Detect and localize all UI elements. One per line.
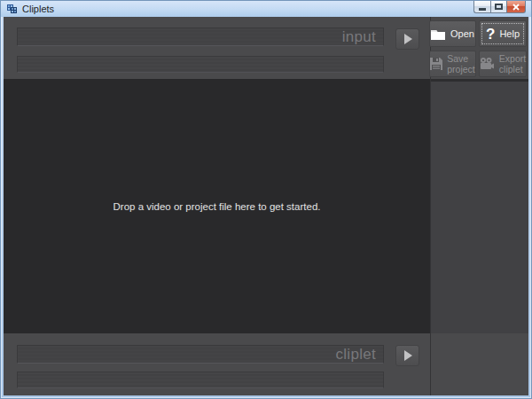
cliplet-play-button[interactable]: [395, 345, 419, 366]
folder-icon: [431, 28, 446, 40]
drop-canvas[interactable]: Drop a video or project file here to get…: [4, 79, 430, 333]
cliplets-app-icon: [7, 4, 18, 14]
maximize-button[interactable]: [490, 1, 507, 13]
cliplet-scrubber-track[interactable]: [17, 372, 384, 388]
play-icon: [403, 33, 413, 45]
cliplets-window: Cliplets input: [0, 0, 532, 399]
titlebar: Cliplets: [1, 1, 531, 17]
open-button[interactable]: Open: [429, 20, 476, 47]
help-button[interactable]: ? Help: [479, 20, 527, 47]
cliplet-timeline-track[interactable]: cliplet: [17, 345, 384, 364]
open-button-label: Open: [450, 28, 474, 39]
input-timeline-track[interactable]: input: [17, 27, 384, 46]
question-mark-icon: ?: [486, 27, 495, 42]
floppy-disk-icon: [430, 58, 442, 70]
window-title: Cliplets: [22, 4, 54, 14]
minimize-button[interactable]: [473, 1, 490, 13]
drop-message: Drop a video or project file here to get…: [113, 201, 321, 212]
layers-panel: [431, 79, 528, 333]
input-play-button[interactable]: [395, 28, 419, 50]
save-project-button[interactable]: Save project: [429, 51, 476, 77]
main-content: input Drop a video or project file here …: [4, 17, 528, 395]
help-button-label: Help: [499, 28, 520, 39]
export-button-label: Export cliplet: [499, 53, 526, 74]
export-cliplet-button[interactable]: Export cliplet: [479, 51, 527, 77]
input-label: input: [342, 29, 376, 44]
maximize-icon: [495, 4, 503, 10]
save-button-label: Save project: [447, 53, 475, 74]
cliplet-label: cliplet: [335, 347, 376, 362]
close-icon: [512, 4, 520, 11]
play-icon: [403, 349, 413, 362]
minimize-icon: [479, 8, 486, 11]
input-scrubber-track[interactable]: [17, 56, 384, 73]
close-button[interactable]: [507, 1, 526, 13]
window-controls: [473, 1, 526, 13]
film-camera-icon: [480, 58, 495, 70]
